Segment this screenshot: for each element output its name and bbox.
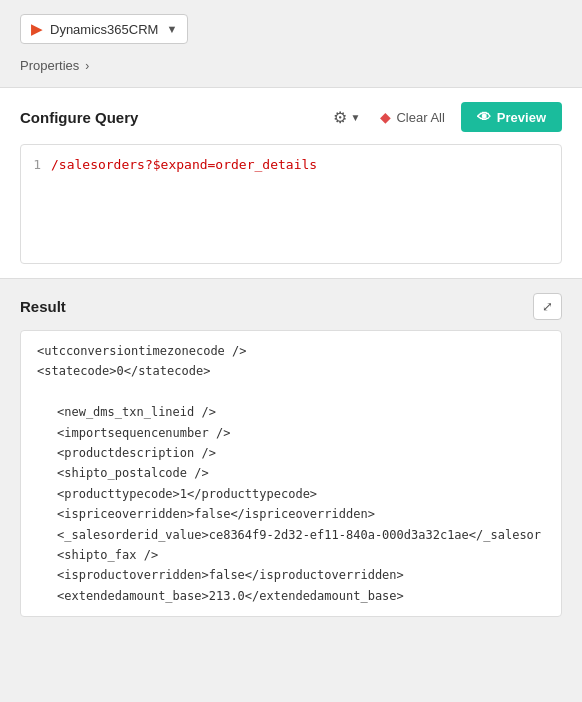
preview-button[interactable]: 👁 Preview (461, 102, 562, 132)
result-xml-line: <shipto_fax /> (37, 545, 545, 565)
result-xml-line: <importsequencenumber /> (37, 423, 545, 443)
connector-dropdown[interactable]: ▶ Dynamics365CRM ▼ (20, 14, 188, 44)
gear-settings-button[interactable]: ⚙ ▼ (329, 104, 365, 131)
result-header: Result ⤢ (20, 293, 562, 320)
result-xml-line: <shipto_postalcode /> (37, 463, 545, 483)
result-xml-line: <extendedamount_base>213.0</extendedamou… (37, 586, 545, 606)
gear-icon: ⚙ (333, 108, 347, 127)
breadcrumb: Properties › (0, 54, 582, 87)
breadcrumb-arrow-icon: › (85, 59, 89, 73)
eye-icon: 👁 (477, 109, 491, 125)
expand-button[interactable]: ⤢ (533, 293, 562, 320)
top-bar: ▶ Dynamics365CRM ▼ (0, 0, 582, 54)
clear-icon: ◆ (380, 109, 391, 125)
query-editor[interactable]: 1 /salesorders?$expand=order_details (20, 144, 562, 264)
result-xml-line: <statecode>0</statecode> (37, 361, 545, 381)
clear-all-button[interactable]: ◆ Clear All (374, 105, 450, 129)
connector-icon: ▶ (31, 21, 42, 37)
chevron-down-icon: ▼ (166, 23, 177, 35)
result-xml-line: <productdescription /> (37, 443, 545, 463)
result-xml-line: <isproductoverridden>false</isproductove… (37, 565, 545, 585)
breadcrumb-properties[interactable]: Properties (20, 58, 79, 73)
expand-icon: ⤢ (542, 299, 553, 314)
preview-label: Preview (497, 110, 546, 125)
query-text: /salesorders?$expand=order_details (51, 157, 317, 172)
configure-query-header: Configure Query ⚙ ▼ ◆ Clear All 👁 Previe… (20, 102, 562, 132)
result-content: <utcconversiontimezonecode /><statecode>… (20, 330, 562, 617)
configure-query-title: Configure Query (20, 109, 138, 126)
line-number: 1 (21, 157, 51, 172)
result-xml-line: <utcconversiontimezonecode /> (37, 341, 545, 361)
configure-actions: ⚙ ▼ ◆ Clear All 👁 Preview (329, 102, 562, 132)
result-xml-line (37, 382, 545, 402)
result-xml-line: <new_dms_txn_lineid /> (37, 402, 545, 422)
clear-all-label: Clear All (396, 110, 444, 125)
gear-dropdown-arrow-icon: ▼ (351, 112, 361, 123)
result-section: Result ⤢ <utcconversiontimezonecode /><s… (0, 279, 582, 617)
result-xml-line: <producttypecode>1</producttypecode> (37, 484, 545, 504)
result-xml-line: <_salesorderid_value>ce8364f9-2d32-ef11-… (37, 525, 545, 545)
result-title: Result (20, 298, 66, 315)
connector-name: Dynamics365CRM (50, 22, 158, 37)
configure-query-section: Configure Query ⚙ ▼ ◆ Clear All 👁 Previe… (0, 87, 582, 279)
query-line: 1 /salesorders?$expand=order_details (21, 155, 561, 174)
result-xml-line: <ispriceoverridden>false</ispriceoverrid… (37, 504, 545, 524)
